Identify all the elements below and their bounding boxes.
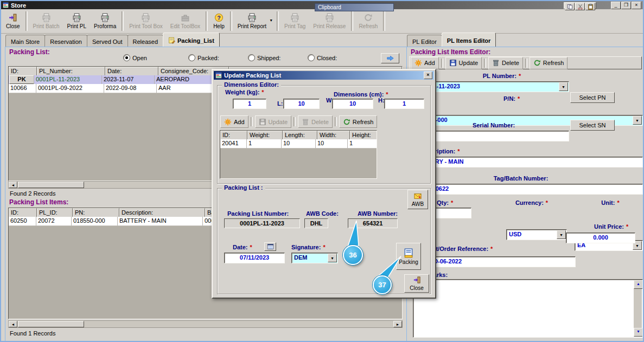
annotation-circle-36: 36: [343, 245, 363, 265]
dialog-title: Update Packing List: [224, 72, 422, 79]
serial-number-field[interactable]: 11111: [413, 131, 569, 141]
tab-served-out[interactable]: Served Out: [87, 35, 128, 47]
tab-pl-editor[interactable]: PL Editor: [407, 35, 442, 47]
description-field[interactable]: BATTERY - MAIN: [413, 157, 643, 167]
unit-label: Unit:*: [586, 199, 635, 206]
radio-dot: [248, 54, 255, 61]
remarks-textarea[interactable]: ▲ ▼: [413, 279, 643, 338]
note-icon: [168, 37, 175, 44]
dimensions-editor-group-title: Dimensions Editor:: [222, 81, 281, 88]
toolbar-print-pl-button[interactable]: Print PL: [63, 10, 91, 33]
chevron-down-icon[interactable]: ▼: [557, 230, 566, 239]
header-weight: Weight:: [247, 131, 283, 140]
scrollbar-thumb[interactable]: [18, 182, 84, 188]
maximize-button[interactable]: ❐: [621, 2, 631, 9]
select-sn-button[interactable]: Select SN: [570, 120, 615, 131]
paste-button[interactable]: [585, 3, 595, 10]
scroll-left-button[interactable]: ◄: [9, 321, 17, 327]
radio-closed[interactable]: Closed:: [308, 54, 337, 61]
horizontal-scrollbar[interactable]: ◄ ►: [8, 320, 403, 328]
height-field[interactable]: 1: [384, 99, 424, 109]
dialog-close-action-button[interactable]: Close: [404, 274, 429, 293]
clipboard-toolbar-title: Clipboard: [315, 3, 394, 11]
weight-field[interactable]: 1: [233, 99, 266, 109]
help-icon: [214, 13, 224, 22]
packing-button[interactable]: Packing: [396, 243, 421, 270]
toolbar-print-tag-button: Print Tag: [280, 10, 309, 33]
scroll-left-button[interactable]: ◄: [9, 182, 17, 188]
app-icon: [3, 2, 9, 8]
pl-number-combo[interactable]: 0001PL-11-2023 ▼: [413, 81, 569, 92]
tab-main-store[interactable]: Main Store: [5, 35, 45, 47]
printer-icon: [141, 13, 150, 22]
vertical-scrollbar[interactable]: ▲ ▼: [634, 280, 642, 337]
scroll-down-button[interactable]: ▼: [634, 328, 643, 337]
close-window-button[interactable]: ×: [632, 2, 641, 9]
unit-price-field[interactable]: 0.000: [566, 233, 635, 243]
dimensions-refresh-button[interactable]: Refresh: [339, 115, 378, 128]
exit-icon: [8, 13, 17, 22]
minimize-button[interactable]: _: [611, 2, 621, 9]
toolbar-print-batch-button: Print Batch: [29, 10, 63, 33]
editor-refresh-button[interactable]: Refresh: [530, 57, 568, 69]
scroll-up-button[interactable]: ▲: [634, 280, 643, 289]
scrollbar-track[interactable]: [17, 321, 393, 327]
scroll-right-button[interactable]: ►: [393, 321, 402, 327]
toolbar-help-button[interactable]: Help: [209, 10, 228, 33]
grid-row[interactable]: 20041 1 10 10 1: [220, 139, 377, 148]
editor-update-button[interactable]: Update: [445, 57, 482, 69]
cell-id: 20041: [220, 139, 247, 149]
tab-pl-items-editor[interactable]: PL Items Editor: [442, 33, 496, 47]
date-field[interactable]: 07/11/2023: [224, 253, 285, 263]
cell-length: 10: [282, 139, 316, 149]
toolbar-edit-toolbox-button: Edit ToolBox: [167, 10, 204, 33]
tab-released[interactable]: Released: [127, 35, 163, 47]
chevron-down-icon[interactable]: ▼: [559, 82, 568, 91]
radio-shipped[interactable]: Shipped:: [248, 54, 280, 61]
tag-batch-field[interactable]: 0000030622: [413, 184, 643, 195]
radio-packed[interactable]: Packed:: [188, 54, 219, 61]
grid-header-row: ID: Weight: Length: Width: Height:: [220, 131, 377, 139]
length-field[interactable]: 10: [283, 99, 320, 109]
toolbar-separator: [383, 11, 385, 31]
dimensions-editor-group: Dimensions Editor: Weight (kg):* Dimensi…: [217, 85, 431, 184]
select-pn-button[interactable]: Select PN: [570, 92, 615, 103]
toolbar-print-report-button[interactable]: Print Report ▼: [234, 10, 275, 33]
toolbar-print-tool-box-button: Print Tool Box: [125, 10, 167, 33]
editor-delete-button[interactable]: Delete: [488, 57, 523, 69]
packing-list-title: Packing List:: [9, 48, 50, 56]
calendar-button[interactable]: [264, 242, 276, 251]
toolbar-close-button[interactable]: Close: [2, 10, 24, 33]
tab-packing-list[interactable]: Packing_List: [163, 33, 220, 47]
width-field[interactable]: 10: [332, 99, 373, 109]
awb-button[interactable]: AWB: [407, 190, 428, 209]
filter-arrow-button[interactable]: [381, 53, 399, 63]
awb-code-label: AWB Code:: [306, 210, 339, 217]
printer-icon: [42, 13, 51, 22]
header-pl-number: PL_Number:: [37, 67, 105, 76]
cell-id: PK: [9, 75, 34, 85]
chevron-down-icon[interactable]: ▼: [328, 254, 337, 262]
header-length: Length:: [283, 131, 317, 140]
tab-reservation[interactable]: Reservation: [44, 35, 87, 47]
packing-list-number-label: Packing List Number:: [227, 210, 289, 217]
copy-button[interactable]: [565, 3, 575, 10]
chevron-down-icon[interactable]: ▼: [633, 116, 642, 125]
editor-add-button[interactable]: Add: [411, 57, 439, 69]
tag-batch-label: Tag/Batch Number:: [467, 175, 575, 182]
scrollbar-thumb[interactable]: [18, 321, 84, 327]
refresh-icon: [533, 59, 541, 67]
dimensions-add-button[interactable]: Add: [220, 115, 248, 128]
toolbar-proforma-button[interactable]: Proforma: [90, 10, 120, 33]
date-label: Date:*: [233, 244, 252, 250]
cut-button[interactable]: [575, 3, 585, 10]
aircraft-order-reference-field[interactable]: 0001RO-06-2022: [413, 256, 576, 267]
radio-open[interactable]: Open: [123, 54, 147, 61]
currency-combo[interactable]: USD ▼: [506, 229, 567, 240]
dialog-close-button[interactable]: ×: [424, 72, 432, 79]
header-description: Description:: [119, 208, 205, 217]
cell-id: 10066: [9, 84, 36, 93]
signature-combo[interactable]: DEM ▼: [291, 253, 338, 263]
radio-dot: [188, 54, 195, 61]
chevron-down-icon[interactable]: ▼: [269, 18, 273, 22]
